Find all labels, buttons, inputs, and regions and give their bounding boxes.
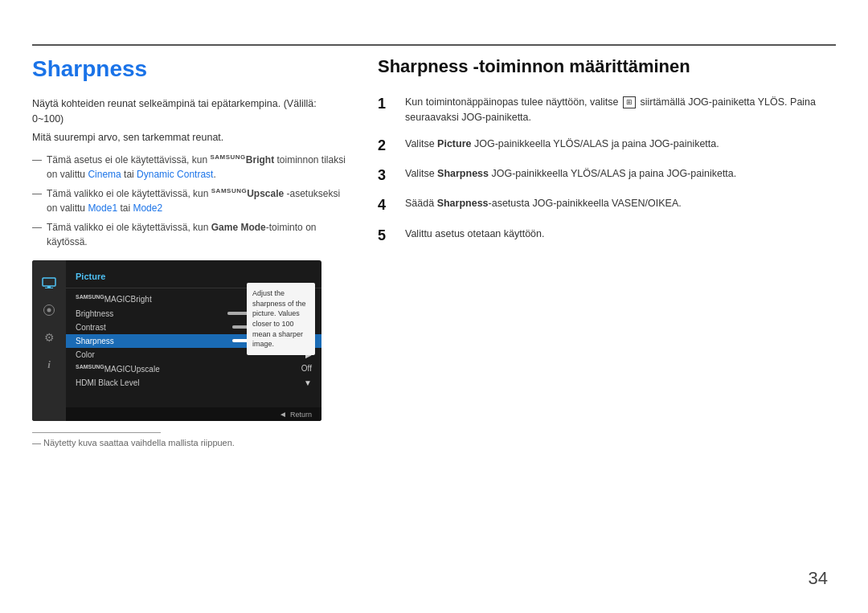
monitor-icon-display (41, 276, 57, 289)
menu-item-hdmi: HDMI Black Level ▼ (66, 376, 321, 390)
step-3-number: 3 (378, 166, 394, 185)
return-label: Return (290, 411, 312, 419)
step-2: 2 Valitse Picture JOG-painikkeella YLÖS/… (378, 137, 836, 155)
steps-list: 1 Kun toimintonäppäinopas tulee näyttöön… (378, 95, 836, 245)
contrast-label: Contrast (76, 323, 232, 332)
bullet-dash-1: — (32, 153, 42, 167)
right-column: Sharpness -toiminnon määrittäminen 1 Kun… (378, 56, 836, 581)
page-title: Sharpness (32, 56, 346, 82)
footnote-divider (32, 432, 161, 433)
magic-upscale-label: Upscale (247, 188, 284, 199)
monitor-icon-settings: ⚙ (41, 331, 57, 344)
sharpness-label: Sharpness (76, 337, 232, 345)
bullet-item-3: — Tämä valikko ei ole käytettävissä, kun… (32, 220, 346, 249)
step-2-number: 2 (378, 137, 394, 155)
step-5-number: 5 (378, 227, 394, 245)
monitor-icon-brightness (41, 304, 57, 317)
left-column: Sharpness Näytä kohteiden reunat selkeäm… (32, 56, 346, 581)
bullet-3-text: Tämä valikko ei ole käytettävissä, kun G… (47, 220, 346, 249)
step-5-text: Valittu asetus otetaan käyttöön. (405, 227, 545, 242)
hdmi-value: ▼ (304, 378, 312, 387)
bullet-dash-2: — (32, 186, 42, 201)
monitor-bottom-bar: ◄ Return (66, 407, 321, 421)
dynamic-contrast-label: Dynamic Contrast (137, 169, 213, 180)
magicupscale-value: Off (301, 364, 312, 373)
step-4-number: 4 (378, 196, 394, 215)
top-border (32, 44, 836, 46)
magic-bright-label: Bright (246, 154, 274, 166)
step-1-text: Kun toimintonäppäinopas tulee näyttöön, … (405, 95, 836, 125)
monitor-sidebar: ⚙ i (32, 260, 66, 421)
right-title: Sharpness -toiminnon määrittäminen (378, 56, 836, 77)
return-button: ◄ Return (279, 410, 312, 419)
samsung-brand-1: SAMSUNG (210, 153, 245, 161)
step-1: 1 Kun toimintonäppäinopas tulee näyttöön… (378, 95, 836, 125)
svg-rect-1 (47, 286, 51, 288)
step-5: 5 Valittu asetus otetaan käyttöön. (378, 227, 836, 245)
step-2-bold: Picture (437, 138, 471, 149)
bullet-2-text: Tämä valikko ei ole käytettävissä, kun S… (47, 186, 346, 215)
page-number: 34 (809, 568, 828, 589)
menu-item-magicupscale: SAMSUNGMAGICUpscale Off (66, 362, 321, 376)
bullet-dash-3: — (32, 220, 42, 235)
step-1-number: 1 (378, 95, 394, 113)
magicupscale-label: SAMSUNGMAGICUpscale (76, 364, 301, 374)
bullet-item-2: — Tämä valikko ei ole käytettävissä, kun… (32, 186, 346, 215)
return-arrow-icon: ◄ (279, 410, 287, 419)
step-4-bold: Sharpness (437, 198, 489, 209)
body-line2: Mitä suurempi arvo, sen tarkemmat reunat… (32, 130, 346, 145)
game-mode-label: Game Mode (211, 222, 266, 233)
step-2-text: Valitse Picture JOG-painikkeella YLÖS/AL… (405, 137, 719, 152)
body-line1: Näytä kohteiden reunat selkeämpinä tai e… (32, 96, 346, 127)
bullet-1-text: Tämä asetus ei ole käytettävissä, kun SA… (47, 153, 346, 182)
step-4: 4 Säädä Sharpness-asetusta JOG-painikkee… (378, 196, 836, 215)
footnote-text: ― Näytetty kuva saattaa vaihdella mallis… (32, 438, 346, 447)
step-3: 3 Valitse Sharpness JOG-painikkeella YLÖ… (378, 166, 836, 185)
hdmi-label: HDMI Black Level (76, 378, 304, 387)
monitor-screenshot: ⚙ i Picture SAMSUNGMAGICBright Custom (32, 260, 321, 421)
step-4-text: Säädä Sharpness-asetusta JOG-painikkeell… (405, 196, 682, 211)
mode1-label: Mode1 (88, 202, 117, 214)
mode2-label: Mode2 (133, 202, 162, 214)
step-3-text: Valitse Sharpness JOG-painikkeella YLÖS/… (405, 166, 736, 182)
brightness-label: Brightness (76, 309, 227, 318)
monitor-icon-info: i (41, 358, 57, 371)
monitor-tooltip: Adjust the sharpness of the picture. Val… (247, 283, 315, 355)
cinema-label: Cinema (88, 169, 121, 180)
svg-rect-0 (43, 278, 55, 286)
jog-icon: ⊞ (623, 96, 636, 109)
svg-rect-2 (45, 288, 53, 288)
samsung-brand-2: SAMSUNG (211, 187, 247, 194)
step-3-bold: Sharpness (437, 168, 489, 179)
monitor-inner: ⚙ i Picture SAMSUNGMAGICBright Custom (32, 260, 321, 421)
bullet-item-1: — Tämä asetus ei ole käytettävissä, kun … (32, 153, 346, 182)
